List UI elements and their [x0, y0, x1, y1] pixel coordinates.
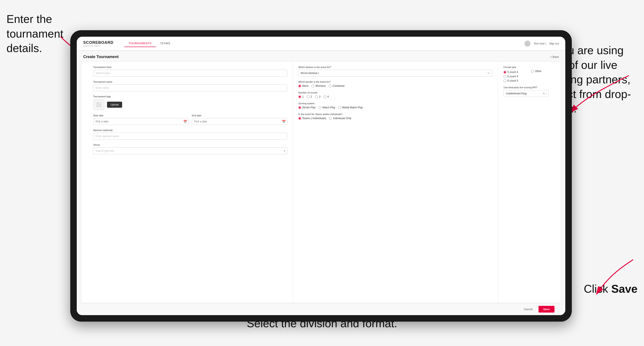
venue-dropdown-arrow: ▼ — [284, 150, 286, 152]
event-individuals[interactable]: Individuals Only — [329, 117, 351, 120]
live-scoring-wrap: ✕ ‹ — [504, 90, 549, 97]
rounds-3[interactable]: 3 — [315, 95, 320, 98]
venue-search-wrap: ▼ — [93, 148, 287, 154]
sign-out-link[interactable]: Sign out — [549, 42, 559, 45]
rounds-3-label: 3 — [319, 95, 320, 98]
annotation-bottom-right: Click Save — [584, 282, 638, 296]
event-type-label: Is this event for Teams and/or Individua… — [298, 113, 492, 116]
scoring-radio-group: Stroke Play Match Play Medal Match Play — [298, 106, 492, 109]
gender-womens-label: Womens — [316, 84, 326, 87]
date-group: Start date 📅 End date 📅 — [93, 114, 287, 125]
format-label: Format type — [504, 66, 518, 68]
header-right: Test User | Sign out — [524, 41, 559, 47]
right-col: Format type 5 count 4 6 count 4 — [498, 61, 554, 303]
division-label: Which division is the event for? — [298, 66, 492, 68]
user-name: Test User | — [534, 42, 546, 45]
calendar-icon-2: 📅 — [282, 120, 286, 123]
tournament-host-group: Tournament Host — [93, 66, 287, 77]
page-header: Create Tournament Back — [77, 51, 565, 61]
tournament-logo-label: Tournament logo — [93, 95, 287, 98]
gender-mens[interactable]: Mens — [298, 84, 308, 87]
tablet-frame: SCOREBOARD Powered by clippit TOURNAMENT… — [70, 30, 572, 322]
nav-tabs: TOURNAMENTS TEAMS — [124, 40, 175, 47]
scoring-medal[interactable]: Medal Match Play — [338, 106, 363, 109]
live-scoring-clear-btn[interactable]: ✕ ‹ — [542, 92, 547, 95]
gender-label: Which gender is the event for? — [298, 81, 492, 83]
app-header: SCOREBOARD Powered by clippit TOURNAMENT… — [77, 37, 565, 51]
end-date-input[interactable] — [192, 118, 288, 125]
form-area: Tournament Host Tournament name Tourname… — [81, 61, 561, 303]
tournament-name-label: Tournament name — [93, 81, 287, 83]
rounds-4[interactable]: 4 — [324, 95, 329, 98]
rounds-2[interactable]: 2 — [307, 95, 312, 98]
avatar — [524, 41, 530, 47]
start-date-group: Start date 📅 — [93, 114, 189, 125]
cancel-button[interactable]: Cancel — [520, 306, 536, 313]
venue-input[interactable] — [93, 148, 287, 154]
gender-radio-group: Mens Womens Combined — [298, 84, 492, 87]
live-scoring-group: Use third-party live scoring API? ✕ ‹ — [504, 86, 549, 97]
format-6count5-label: 6 count 5 — [507, 79, 518, 82]
upload-button[interactable]: Upload — [107, 102, 122, 108]
rounds-group: Number of rounds 1 2 — [298, 91, 492, 98]
tournament-name-group: Tournament name — [93, 81, 287, 91]
tournament-name-input[interactable] — [93, 84, 287, 91]
format-6count5[interactable]: 6 count 5 — [504, 79, 518, 82]
gender-mens-label: Mens — [302, 84, 308, 87]
rounds-1-label: 1 — [302, 95, 304, 98]
event-individuals-label: Individuals Only — [333, 117, 351, 120]
save-button[interactable]: Save — [538, 306, 554, 313]
format-6count4[interactable]: 6 count 4 — [504, 75, 518, 78]
format-other-label: Other — [535, 70, 541, 73]
venue-group: Venue ▼ — [93, 144, 287, 154]
division-select[interactable]: NCAA Division I — [298, 70, 492, 77]
logo-sub: Powered by clippit — [83, 45, 114, 47]
division-group: Which division is the event for? NCAA Di… — [298, 66, 492, 77]
gender-womens[interactable]: Womens — [312, 84, 326, 87]
nav-tab-teams[interactable]: TEAMS — [156, 40, 175, 47]
tablet-screen: SCOREBOARD Powered by clippit TOURNAMENT… — [77, 37, 565, 315]
main-content: Create Tournament Back Tournament Host T… — [77, 51, 565, 315]
start-date-wrap: 📅 — [93, 118, 189, 125]
logo-main: SCOREBOARD — [83, 40, 114, 45]
format-group: Format type 5 count 4 6 count 4 — [504, 66, 549, 82]
nav-tab-tournaments[interactable]: TOURNAMENTS — [124, 40, 156, 47]
scoring-medal-label: Medal Match Play — [342, 106, 363, 109]
rounds-1[interactable]: 1 — [298, 95, 304, 98]
format-options: 5 count 4 6 count 4 6 count 5 — [504, 71, 518, 82]
live-scoring-input[interactable] — [504, 90, 549, 97]
format-6count4-label: 6 count 4 — [507, 75, 518, 78]
event-type-radio-group: Teams (+Individuals) Individuals Only — [298, 117, 492, 120]
rounds-2-label: 2 — [311, 95, 312, 98]
tournament-host-input[interactable] — [93, 70, 287, 77]
left-col: Tournament Host Tournament name Tourname… — [88, 61, 293, 303]
start-date-input[interactable] — [93, 118, 189, 125]
scoring-group: Scoring system Stroke Play Match Play — [298, 102, 492, 109]
format-5count4[interactable]: 5 count 4 — [504, 71, 518, 74]
gender-combined-label: Combined — [332, 84, 344, 87]
start-date-label: Start date — [93, 114, 189, 117]
gender-combined[interactable]: Combined — [328, 84, 344, 87]
rounds-4-label: 4 — [327, 95, 329, 98]
scoring-match[interactable]: Match Play — [318, 106, 335, 109]
back-link[interactable]: Back — [550, 55, 559, 58]
form-footer: Cancel Save — [81, 303, 561, 315]
format-other[interactable]: Other — [531, 70, 541, 73]
app-logo-area: SCOREBOARD Powered by clippit TOURNAMENT… — [83, 40, 175, 47]
logo-placeholder — [93, 99, 104, 110]
event-teams[interactable]: Teams (+Individuals) — [298, 117, 326, 120]
tournament-host-label: Tournament Host — [93, 66, 287, 68]
scoring-label: Scoring system — [298, 102, 492, 105]
rounds-radio-group: 1 2 3 4 — [298, 95, 492, 98]
venue-label: Venue — [93, 144, 287, 146]
end-date-wrap: 📅 — [192, 118, 288, 125]
end-date-group: End date 📅 — [192, 114, 288, 125]
middle-col: Which division is the event for? NCAA Di… — [293, 61, 498, 303]
scoring-match-label: Match Play — [322, 106, 335, 109]
live-scoring-label: Use third-party live scoring API? — [504, 86, 549, 89]
scoring-stroke[interactable]: Stroke Play — [298, 106, 316, 109]
page-title: Create Tournament — [83, 55, 119, 59]
app-logo: SCOREBOARD Powered by clippit — [83, 40, 114, 47]
gender-group: Which gender is the event for? Mens Wome… — [298, 81, 492, 87]
sponsor-input[interactable] — [93, 133, 287, 140]
